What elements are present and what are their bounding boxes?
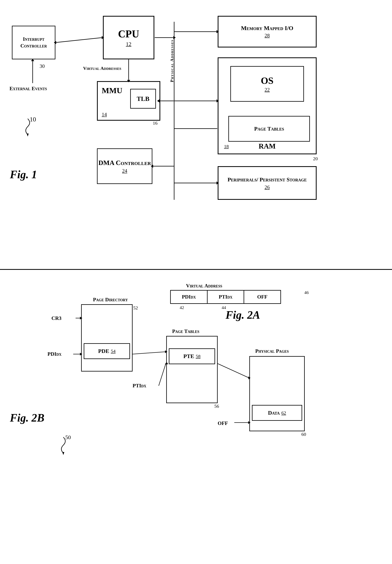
memory-mapped-io-number: 28 (265, 33, 270, 39)
external-events-label: External Events (10, 85, 47, 92)
interrupt-controller-number: 30 (40, 63, 45, 69)
svg-line-32 (218, 364, 249, 378)
dma-label: DMA Controller (98, 158, 151, 167)
fig2b-arrows-svg (6, 273, 392, 554)
off-label: OFF (218, 420, 228, 426)
svg-line-28 (133, 352, 166, 354)
system-number-10: 10 (16, 115, 36, 140)
page-tables-box-2b: PTE 58 56 (166, 336, 218, 403)
physical-addresses-label: Physical Addresses (169, 40, 175, 82)
svg-marker-22 (62, 452, 64, 455)
mmu-number: 14 (102, 111, 107, 118)
memory-mapped-io-label: Memory Mapped I/O (241, 25, 294, 31)
interrupt-controller-label: Interrupt Controller (13, 36, 55, 49)
memory-mapped-io-box: Memory Mapped I/O 28 (218, 16, 317, 47)
dma-box: DMA Controller 24 (97, 148, 152, 184)
interrupt-controller-box: Interrupt Controller (12, 26, 56, 59)
ptidx-label: PTIdx (133, 383, 146, 389)
physical-pages-label: Physical Pages (255, 348, 289, 354)
page-tables-number: 18 (224, 144, 229, 149)
dma-number: 24 (122, 168, 127, 174)
fig2b-title: Fig. 2B (10, 412, 44, 424)
data-label: Data (268, 410, 280, 416)
page-directory-label: Page Directory (93, 297, 128, 303)
mmu-label: MMU (102, 86, 122, 95)
svg-marker-0 (27, 134, 29, 137)
os-box: OS 22 (230, 66, 304, 102)
ram-label: RAM (259, 142, 276, 150)
svg-line-30 (159, 364, 166, 386)
page-tables-56-number: 56 (214, 404, 219, 409)
physical-pages-box: Data 62 60 (249, 356, 305, 431)
os-label: OS (261, 75, 273, 86)
ram-outer-box: OS 22 Page Tables 18 20 RAM (218, 57, 317, 154)
svg-line-1 (56, 38, 102, 42)
os-number: 22 (265, 87, 270, 93)
fig1-title: Fig. 1 (10, 168, 37, 181)
diagram-container: Interrupt Controller 30 External Events … (0, 0, 392, 564)
fig2b-section: CR3 PDIdx PTIdx OFF Page Directory PDE 5… (6, 273, 392, 554)
cpu-box: CPU 12 (103, 16, 154, 59)
svg-marker-15 (173, 36, 176, 39)
cpu-number: 12 (126, 41, 131, 47)
data-box: Data 62 (252, 405, 302, 421)
tlb-number: 16 (153, 121, 157, 126)
page-tables-label-2b: Page Tables (172, 328, 199, 334)
physical-pages-60-number: 60 (301, 432, 306, 437)
tlb-label: TLB (137, 95, 149, 102)
mmu-box: MMU 14 TLB 16 (97, 81, 160, 121)
page-directory-number: 52 (133, 305, 138, 311)
virtual-addresses-label: Virtual Addresses (83, 65, 121, 71)
pte-box: PTE 58 (169, 348, 215, 364)
pde-label: PDE (98, 348, 109, 354)
pdidx-label: PDIdx (47, 351, 62, 357)
peripherals-label: Peripherals/ Persistent Storage (228, 176, 307, 183)
cpu-label: CPU (118, 28, 139, 40)
pte-label: PTE (183, 353, 194, 359)
page-tables-inner-box: Page Tables (228, 116, 310, 142)
fig1-arrows-svg (0, 0, 392, 277)
page-tables-label: Page Tables (254, 126, 284, 132)
peripherals-box: Peripherals/ Persistent Storage 26 (218, 166, 317, 200)
tlb-box: TLB (130, 89, 156, 109)
pte-number: 58 (196, 354, 200, 359)
page-directory-box: PDE 54 52 (81, 304, 133, 371)
peripherals-number: 26 (265, 184, 270, 190)
pde-number: 54 (111, 349, 116, 354)
page-tables-bracket-number: 20 (313, 156, 318, 161)
cr3-label: CR3 (51, 315, 62, 321)
data-number: 62 (281, 410, 286, 416)
section-divider (0, 269, 392, 270)
pde-box: PDE 54 (84, 343, 130, 359)
